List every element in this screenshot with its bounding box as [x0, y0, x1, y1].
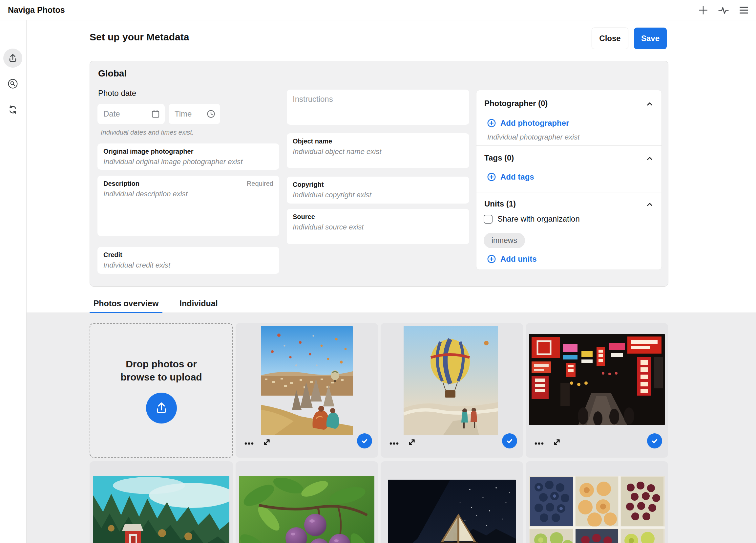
photo-card: [526, 461, 668, 543]
expand-icon[interactable]: [551, 437, 562, 448]
save-button[interactable]: Save: [634, 28, 667, 49]
tab-individual[interactable]: Individual: [179, 296, 216, 313]
photo-card: [381, 461, 523, 543]
clock-icon[interactable]: [206, 109, 216, 119]
sidebar-item-sync[interactable]: [3, 100, 22, 119]
sidebar-item-upload[interactable]: [3, 49, 22, 68]
top-bar: Naviga Photos: [0, 0, 756, 20]
photo-card: [236, 461, 378, 543]
dropzone-text: Drop photos or browse to upload: [120, 358, 202, 384]
topbar-actions: [697, 0, 750, 20]
activity-icon[interactable]: [717, 4, 730, 16]
divider: [476, 192, 661, 192]
left-sidebar: [0, 20, 27, 543]
original-photographer-hint: Individual original image photographer e…: [103, 157, 273, 166]
page-title: Set up your Metadata: [90, 31, 189, 43]
calendar-icon[interactable]: [151, 109, 160, 119]
fruits-photo-illustration: [529, 476, 665, 543]
add-units-label: Add units: [500, 254, 537, 263]
check-icon: [650, 436, 659, 446]
selected-check-button[interactable]: [502, 433, 517, 449]
dates-helper-text: Individual dates and times exist.: [101, 129, 194, 136]
photo-red-cabin-lake[interactable]: [93, 476, 229, 543]
add-units-button[interactable]: Add units: [487, 254, 537, 263]
instructions-field[interactable]: Instructions: [287, 90, 469, 125]
instructions-placeholder: Instructions: [293, 94, 463, 104]
add-photographer-button[interactable]: Add photographer: [487, 118, 569, 128]
chevron-up-icon[interactable]: [645, 154, 654, 163]
credit-label: Credit: [103, 251, 273, 259]
more-options-icon[interactable]: [534, 438, 545, 449]
dropzone-upload[interactable]: Drop photos or browse to upload: [90, 323, 233, 458]
more-options-icon[interactable]: [389, 438, 400, 449]
source-hint: Individual source exist: [293, 223, 463, 231]
naviga-photos-app: Naviga Photos: [0, 0, 756, 543]
add-photographer-label: Add photographer: [500, 118, 569, 128]
plus-circle-icon: [487, 254, 496, 263]
units-section-title: Units (1): [484, 199, 516, 208]
cabin-photo-illustration: [93, 476, 229, 543]
photo-card: [90, 461, 233, 543]
original-photographer-label: Original image photographer: [103, 148, 273, 155]
photo-fruit-berry-crates[interactable]: [529, 476, 665, 543]
credit-field[interactable]: Credit Individual credit exist: [97, 247, 279, 274]
search-icon: [8, 78, 18, 89]
global-panel-title: Global: [98, 68, 127, 79]
dropzone-line1: Drop photos or: [120, 358, 202, 371]
close-button[interactable]: Close: [592, 28, 628, 49]
date-input-wrap: [97, 104, 165, 124]
copyright-label: Copyright: [293, 181, 463, 188]
required-badge: Required: [247, 180, 273, 187]
tokyo-photo-illustration: [529, 334, 665, 425]
tags-section-title: Tags (0): [484, 153, 514, 162]
expand-icon[interactable]: [406, 437, 417, 448]
more-options-icon[interactable]: [243, 438, 255, 449]
copyright-hint: Individual copyright exist: [293, 191, 463, 199]
divider: [476, 145, 661, 146]
photographer-hint: Individual photographer exist: [487, 133, 579, 141]
copyright-field[interactable]: Copyright Individual copyright exist: [287, 177, 469, 203]
photo-tokyo-neon-street[interactable]: [529, 334, 665, 425]
description-field[interactable]: Description Required Individual descript…: [97, 176, 279, 236]
photo-card: [381, 323, 523, 458]
selected-check-button[interactable]: [357, 433, 372, 449]
upload-icon: [154, 401, 169, 415]
photo-date-label: Photo date: [98, 89, 136, 98]
object-name-label: Object name: [293, 137, 463, 145]
check-icon: [505, 436, 514, 446]
photo-plums-on-branch[interactable]: [239, 476, 374, 543]
source-field[interactable]: Source Individual source exist: [287, 209, 469, 244]
photo-night-lit-cabin[interactable]: [388, 480, 516, 543]
expand-icon[interactable]: [261, 437, 272, 448]
app-title: Naviga Photos: [8, 0, 65, 20]
photo-hot-air-balloons-cappadocia[interactable]: [261, 326, 353, 435]
sidebar-item-search[interactable]: [3, 74, 22, 93]
time-input-wrap: [169, 104, 220, 124]
original-photographer-field[interactable]: Original image photographer Individual o…: [97, 143, 279, 170]
share-label: Share with organization: [497, 214, 580, 223]
browse-upload-button[interactable]: [146, 393, 177, 424]
source-label: Source: [293, 213, 463, 220]
object-name-hint: Individual object name exist: [293, 147, 463, 156]
photographer-section-title: Photographer (0): [484, 99, 548, 108]
description-hint: Individual description exist: [103, 190, 273, 198]
plus-icon[interactable]: [697, 4, 709, 16]
object-name-field[interactable]: Object name Individual object name exist: [287, 133, 469, 168]
credit-hint: Individual credit exist: [103, 261, 273, 269]
balloon-photo-illustration: [404, 326, 498, 435]
share-checkbox[interactable]: [484, 215, 493, 223]
upload-icon: [8, 53, 18, 63]
chevron-up-icon[interactable]: [645, 99, 654, 109]
share-with-organization-row[interactable]: Share with organization: [484, 214, 580, 223]
unit-chip-imnews[interactable]: imnews: [484, 233, 525, 248]
plus-circle-icon: [487, 172, 496, 181]
check-icon: [360, 436, 369, 446]
add-tags-button[interactable]: Add tags: [487, 172, 534, 181]
photo-single-balloon-hikers[interactable]: [404, 326, 498, 435]
dropzone-line2: browse to upload: [120, 371, 202, 384]
tab-photos-overview[interactable]: Photos overview: [90, 296, 162, 313]
metadata-sections-card: Photographer (0) Add photographer Indivi…: [476, 90, 662, 270]
selected-check-button[interactable]: [647, 433, 662, 449]
chevron-up-icon[interactable]: [645, 200, 654, 209]
menu-icon[interactable]: [738, 4, 750, 16]
